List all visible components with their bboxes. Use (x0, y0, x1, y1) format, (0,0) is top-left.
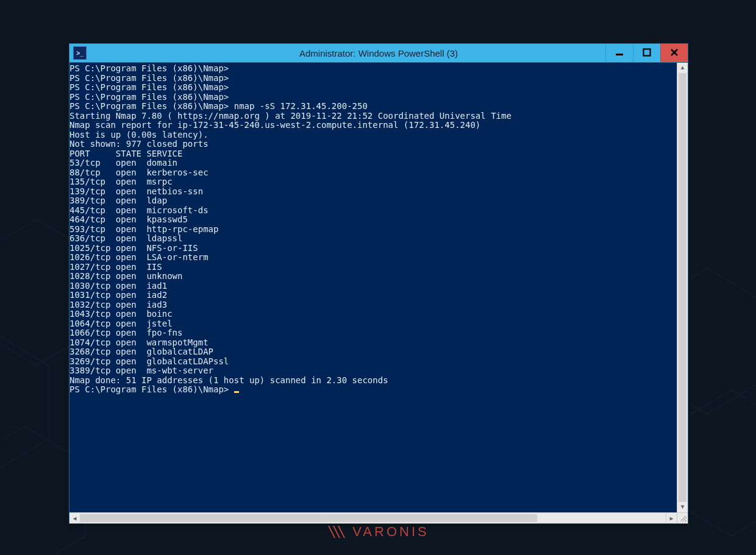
titlebar[interactable]: >_ Administrator: Windows PowerShell (3) (70, 44, 688, 63)
svg-rect-1 (644, 49, 651, 55)
brand-logo: VARONIS (327, 524, 429, 540)
close-button[interactable] (660, 44, 688, 62)
terminal-line: 88/tcp open kerberos-sec (70, 168, 677, 178)
window-controls (605, 44, 688, 62)
scroll-down-arrow-icon[interactable]: ▼ (677, 501, 688, 512)
terminal-line: 135/tcp open msrpc (70, 177, 677, 187)
window-body: PS C:\Program Files (x86)\Nmap>PS C:\Pro… (70, 63, 688, 512)
horizontal-scroll-row: ◀ ▶ (70, 512, 688, 523)
terminal-line: PS C:\Program Files (x86)\Nmap> nmap -sS… (70, 102, 677, 111)
brand-name: VARONIS (352, 524, 429, 540)
vertical-scroll-track[interactable] (677, 74, 688, 501)
terminal-line: 593/tcp open http-rpc-epmap (70, 225, 677, 235)
terminal-line: PS C:\Program Files (x86)\Nmap> (70, 83, 677, 93)
svg-rect-0 (616, 54, 623, 55)
terminal-line: PS C:\Program Files (x86)\Nmap> (70, 74, 677, 83)
terminal-line: 1064/tcp open jstel (70, 319, 677, 329)
terminal-line: 1026/tcp open LSA-or-nterm (70, 253, 677, 263)
maximize-button[interactable] (633, 44, 660, 62)
terminal-output[interactable]: PS C:\Program Files (x86)\Nmap>PS C:\Pro… (70, 63, 677, 512)
varonis-mark-icon (327, 525, 348, 539)
terminal-line: PS C:\Program Files (x86)\Nmap> (70, 64, 677, 74)
close-icon (670, 48, 679, 58)
powershell-icon: >_ (73, 46, 87, 60)
terminal-line: PS C:\Program Files (x86)\Nmap> (70, 93, 677, 102)
horizontal-scroll-track[interactable] (80, 513, 666, 523)
terminal-line: PS C:\Program Files (x86)\Nmap> (70, 385, 677, 395)
terminal-line: 464/tcp open kpasswd5 (70, 215, 677, 225)
horizontal-scroll-thumb[interactable] (80, 514, 537, 522)
terminal-line: Nmap scan report for ip-172-31-45-240.us… (70, 121, 677, 130)
terminal-line: 1030/tcp open iad1 (70, 281, 677, 291)
vertical-scrollbar[interactable]: ▲ ▼ (677, 63, 688, 512)
terminal-line: 1031/tcp open iad2 (70, 291, 677, 300)
resize-grip[interactable] (677, 512, 688, 523)
terminal-line: 1028/tcp open unknown (70, 272, 677, 281)
terminal-line: Not shown: 977 closed ports (70, 140, 677, 149)
terminal-line: 636/tcp open ldapssl (70, 234, 677, 244)
terminal-line: 1074/tcp open warmspotMgmt (70, 338, 677, 348)
terminal-line: 3389/tcp open ms-wbt-server (70, 366, 677, 376)
terminal-line: 1025/tcp open NFS-or-IIS (70, 244, 677, 253)
minimize-button[interactable] (605, 44, 633, 62)
terminal-line: 3268/tcp open globalcatLDAP (70, 347, 677, 357)
scroll-up-arrow-icon[interactable]: ▲ (677, 63, 688, 74)
terminal-line: PORT STATE SERVICE (70, 149, 677, 159)
terminal-line: 389/tcp open ldap (70, 196, 677, 206)
terminal-line: 445/tcp open microsoft-ds (70, 206, 677, 216)
vertical-scroll-thumb[interactable] (679, 74, 686, 501)
terminal-line: 53/tcp open domain (70, 158, 677, 168)
minimize-icon (615, 48, 624, 58)
terminal-line: 3269/tcp open globalcatLDAPssl (70, 357, 677, 367)
terminal-line: 1027/tcp open IIS (70, 263, 677, 272)
terminal-line: 139/tcp open netbios-ssn (70, 187, 677, 197)
terminal-line: Nmap done: 51 IP addresses (1 host up) s… (70, 376, 677, 386)
powershell-window: >_ Administrator: Windows PowerShell (3)… (69, 43, 688, 524)
scroll-right-arrow-icon[interactable]: ▶ (666, 513, 677, 523)
brand-footer: VARONIS (0, 524, 756, 542)
terminal-line: 1043/tcp open boinc (70, 309, 677, 319)
terminal-line: 1066/tcp open fpo-fns (70, 328, 677, 338)
window-title: Administrator: Windows PowerShell (3) (70, 48, 688, 58)
cursor (234, 391, 239, 393)
maximize-icon (643, 48, 651, 58)
terminal-line: Starting Nmap 7.80 ( https://nmap.org ) … (70, 111, 677, 121)
horizontal-scrollbar[interactable]: ◀ ▶ (70, 512, 677, 523)
terminal-line: 1032/tcp open iad3 (70, 300, 677, 310)
scroll-left-arrow-icon[interactable]: ◀ (70, 513, 80, 523)
terminal-line: Host is up (0.00s latency). (70, 130, 677, 140)
